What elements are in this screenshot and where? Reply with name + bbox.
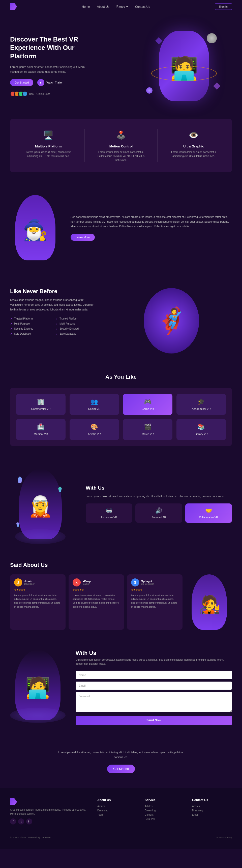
commercial-vr-icon: 🏢 bbox=[19, 398, 63, 405]
said-char-figure: 🧑‍🎤 bbox=[192, 575, 227, 630]
testimonials-cards: J Jinnie Developer ★★★★★ Lorem ipsum dol… bbox=[10, 575, 183, 630]
footer-link-contact-1[interactable]: Arbites bbox=[192, 805, 232, 808]
comment-input[interactable] bbox=[76, 692, 232, 712]
vr-card-game[interactable]: 🎮 Game VR bbox=[123, 394, 172, 415]
logo-icon bbox=[10, 3, 17, 10]
testimonial-avatar-1: J bbox=[14, 579, 22, 586]
withus-cards: 🥽 Immersive VR 🔊 Surround AR 🤝 Collabora… bbox=[86, 503, 232, 523]
nav-about[interactable]: About Us bbox=[97, 5, 109, 8]
vr-grid: 🏢 Commercial VR 👥 Social VR 🎮 Game VR 🎓 … bbox=[10, 388, 232, 446]
footer-link-about-3[interactable]: Team bbox=[97, 813, 137, 816]
learn-more-button[interactable]: Learn More bbox=[71, 234, 95, 241]
feature-divider-1 bbox=[84, 129, 85, 162]
about-character: 🧙‍♂️ bbox=[10, 192, 60, 263]
withus-content: With Us Lorem ipsum dolor sit amet, cons… bbox=[86, 485, 232, 523]
vr-card-medical[interactable]: 🏥 Medical VR bbox=[16, 419, 65, 440]
email-input[interactable] bbox=[76, 682, 232, 690]
testimonial-avatar-3: S bbox=[131, 579, 139, 586]
footer-link-contact-2[interactable]: Dreaming bbox=[192, 809, 232, 812]
feature-desc-3: Lorem ipsum dolor sit amet, consectetur … bbox=[168, 150, 219, 158]
check-item-7: ✓ Safe Database bbox=[10, 332, 50, 336]
vr-card-academic[interactable]: 🎓 Academical VR bbox=[177, 394, 226, 415]
feature-multiple-platform: 🖥️ Multiple Platform Lorem ipsum dolor s… bbox=[23, 129, 74, 162]
withus-card-collab[interactable]: 🤝 Collaborative VR bbox=[185, 503, 232, 523]
check-item-3: ✓ Multi-Purpose bbox=[10, 322, 50, 326]
footer-link-service-1[interactable]: Arbites bbox=[145, 805, 185, 808]
nav-logo[interactable] bbox=[10, 3, 17, 10]
immersive-icon: 🥽 bbox=[90, 507, 128, 514]
footer-brand: Cras cursus interdum magna dictum tristi… bbox=[10, 798, 90, 825]
testimonial-name-2: xDrop bbox=[83, 580, 91, 583]
vr-label-artistic: Artistic VR bbox=[72, 433, 116, 435]
testimonial-card-1: J Jinnie Developer ★★★★★ Lorem ipsum dol… bbox=[10, 575, 65, 630]
contact-title: With Us bbox=[76, 650, 232, 656]
feature-desc-2: Lorem ipsum dolor sit amet, consectetur.… bbox=[96, 150, 146, 162]
likenever-title: Like Never Before bbox=[10, 288, 96, 294]
footer-logo[interactable] bbox=[10, 798, 90, 805]
social-vr-icon: 👥 bbox=[72, 398, 116, 405]
get-started-button[interactable]: Get Started bbox=[10, 79, 33, 86]
feature-title-3: Ultra Graphic bbox=[168, 145, 219, 148]
ring-decoration bbox=[151, 66, 217, 81]
check-item-1: ✓ Trusted Platform bbox=[10, 317, 50, 320]
withus-card-immersive[interactable]: 🥽 Immersive VR bbox=[86, 503, 132, 523]
testimonial-stars-3: ★★★★★ bbox=[131, 588, 179, 591]
checklist: ✓ Trusted Platform ✓ Trusted Platform ✓ … bbox=[10, 317, 96, 336]
checkmark-icon: ✓ bbox=[10, 332, 12, 336]
vr-card-movie[interactable]: 🎬 Movie VR bbox=[123, 419, 172, 440]
footer-link-service-3[interactable]: Contact bbox=[145, 813, 185, 816]
said-character: 🧑‍🎤 bbox=[187, 575, 232, 630]
footer-col-about-title: About Us bbox=[97, 798, 137, 802]
twitter-icon[interactable]: t bbox=[18, 818, 24, 825]
vr-label-academic: Academical VR bbox=[179, 407, 223, 410]
contact-platform-glow bbox=[10, 708, 65, 723]
vr-card-social[interactable]: 👥 Social VR bbox=[70, 394, 119, 415]
checkmark-icon: ✓ bbox=[55, 327, 58, 331]
feature-desc-1: Lorem ipsum dolor sit amet, consectetur … bbox=[23, 150, 74, 158]
footer-link-contact-3[interactable]: Email bbox=[192, 813, 232, 816]
nav-pages[interactable]: Pages bbox=[116, 5, 128, 8]
testimonial-name-1: Jinnie bbox=[24, 580, 34, 583]
vr-card-library[interactable]: 📚 Library VR bbox=[177, 419, 226, 440]
privacy-link[interactable]: Terms & Privacy bbox=[216, 836, 232, 839]
watch-trailer-button[interactable]: ▶ Watch Trailer bbox=[37, 79, 62, 86]
linkedin-icon[interactable]: in bbox=[26, 818, 32, 825]
vr-card-commercial[interactable]: 🏢 Commercial VR bbox=[16, 394, 65, 415]
vr-card-artistic[interactable]: 🎨 Artistic VR bbox=[70, 419, 119, 440]
cta-getstarted-button[interactable]: Get Started bbox=[107, 765, 135, 773]
testimonial-card-3: S Sphaget 3D Designer ★★★★★ Lorem ipsum … bbox=[127, 575, 183, 630]
likenever-character: 🦸 bbox=[144, 288, 199, 353]
library-vr-icon: 📚 bbox=[179, 424, 223, 431]
crystal-decoration-3 bbox=[17, 522, 20, 527]
contact-section: 🧑‍💻 With Us Duis fermentum felis in cons… bbox=[0, 640, 242, 735]
cube-decoration-2 bbox=[213, 83, 220, 90]
asyoulike-section: As You Like 🏢 Commercial VR 👥 Social VR … bbox=[0, 364, 242, 456]
testimonial-header-3: S Sphaget 3D Designer bbox=[131, 579, 179, 586]
send-button[interactable]: Send Now bbox=[76, 716, 232, 725]
testimonial-info-3: Sphaget 3D Designer bbox=[141, 580, 154, 585]
footer-link-about-2[interactable]: Dreaming bbox=[97, 809, 137, 812]
facebook-icon[interactable]: f bbox=[10, 818, 16, 825]
likenever-section: Like Never Before Cras cursus tristique … bbox=[0, 273, 242, 364]
nav-home[interactable]: Home bbox=[82, 5, 90, 8]
asyoulike-title: As You Like bbox=[10, 374, 232, 380]
orb-decoration-2 bbox=[146, 87, 153, 94]
about-section: 🧙‍♂️ Sed consectetur finibus ex sit amet… bbox=[0, 182, 242, 273]
contact-character: 🧑‍💻 bbox=[10, 650, 65, 720]
about-desc: Sed consectetur finibus ex sit amet vive… bbox=[71, 215, 232, 229]
withus-title: With Us bbox=[86, 485, 232, 491]
signin-button[interactable]: Sign In bbox=[215, 3, 232, 10]
footer-link-service-4[interactable]: Beta Test bbox=[145, 818, 185, 820]
footer-link-about-1[interactable]: Arbites bbox=[97, 805, 137, 808]
footer-bottom: © 2019 Cubatur | Powered By Createive Te… bbox=[10, 832, 232, 839]
footer-link-service-2[interactable]: Dreaming bbox=[145, 809, 185, 812]
withus-card-surround[interactable]: 🔊 Surround AR bbox=[135, 503, 182, 523]
nav-contact[interactable]: Contact Us bbox=[135, 5, 150, 8]
name-input[interactable] bbox=[76, 671, 232, 679]
vr-label-library: Library VR bbox=[179, 433, 223, 435]
testimonial-text-2: Lorem ipsum dolor sit amet, consectetur … bbox=[73, 593, 120, 609]
hero-buttons: Get Started ▶ Watch Trailer bbox=[10, 79, 96, 86]
chevron-down-icon bbox=[126, 6, 128, 7]
footer-links-contact: Arbites Dreaming Email bbox=[192, 805, 232, 816]
game-vr-icon: 🎮 bbox=[126, 398, 170, 405]
